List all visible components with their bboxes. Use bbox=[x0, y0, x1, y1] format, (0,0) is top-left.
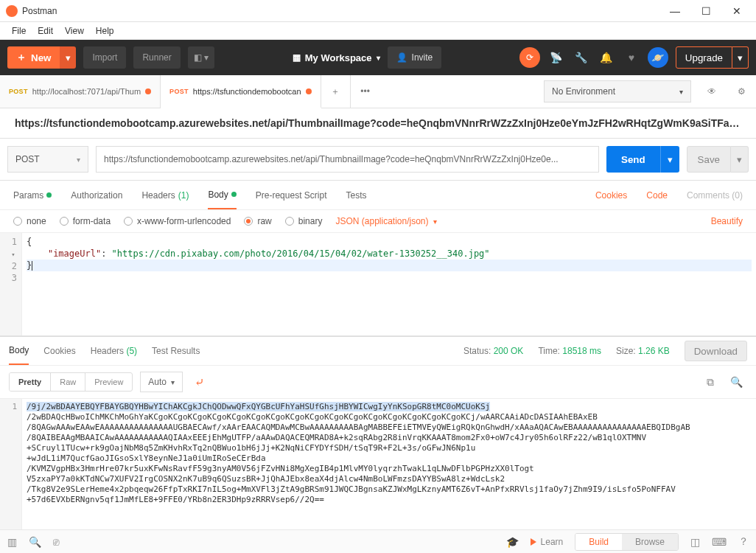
resp-tab-testresults[interactable]: Test Results bbox=[152, 346, 200, 356]
radio-form-data[interactable]: form-data bbox=[60, 216, 111, 226]
response-size: Size: 1.26 KB bbox=[616, 346, 670, 356]
capture-icon[interactable]: 📡 bbox=[547, 52, 565, 63]
workspace-label: My Workspace bbox=[305, 52, 372, 63]
new-tab-button[interactable]: ＋ bbox=[321, 75, 351, 108]
code-link[interactable]: Code bbox=[646, 190, 668, 201]
send-dropdown[interactable]: ▾ bbox=[660, 146, 679, 173]
response-tabs: Body Cookies Headers (5) Test Results St… bbox=[0, 336, 756, 366]
bootcamp-icon[interactable]: 🎓 bbox=[506, 536, 519, 548]
minimize-button[interactable]: — bbox=[666, 5, 684, 17]
request-subtabs: Params Authorization Headers (1) Body Pr… bbox=[0, 181, 756, 210]
response-gutter: 1 bbox=[0, 399, 22, 529]
method-dropdown[interactable]: POST ▾ bbox=[7, 146, 88, 173]
resp-tab-body[interactable]: Body bbox=[9, 337, 29, 365]
tab-options-button[interactable]: ••• bbox=[351, 75, 380, 108]
sync-icon[interactable]: ⟳ bbox=[519, 47, 540, 68]
send-button[interactable]: Send bbox=[606, 146, 660, 173]
menu-file[interactable]: File bbox=[7, 24, 30, 38]
menu-help[interactable]: Help bbox=[91, 24, 119, 38]
download-button[interactable]: Download bbox=[685, 341, 747, 361]
status-bar: ▥ 🔍 ⎚ 🎓 Learn Build Browse ◫ ⌨ ？ bbox=[0, 529, 756, 553]
tab-params[interactable]: Params bbox=[13, 181, 52, 209]
search-response-icon[interactable]: 🔍 bbox=[726, 376, 747, 388]
keyboard-shortcuts-icon[interactable]: ⌨ bbox=[712, 536, 727, 548]
two-pane-icon[interactable]: ◫ bbox=[690, 536, 700, 548]
response-format-dropdown[interactable]: Auto ▾ bbox=[140, 372, 183, 392]
build-browse-toggle: Build Browse bbox=[575, 533, 679, 551]
console-icon[interactable]: ⎚ bbox=[53, 536, 59, 548]
top-toolbar: ＋New ▾ Import Runner ◧ ▾ ▦ My Workspace … bbox=[0, 40, 756, 75]
open-new-window-button[interactable]: ◧ ▾ bbox=[188, 46, 214, 69]
beautify-button[interactable]: Beautify bbox=[711, 216, 743, 226]
runner-button[interactable]: Runner bbox=[133, 46, 180, 69]
radio-raw[interactable]: raw bbox=[244, 216, 271, 226]
method-badge: POST bbox=[9, 88, 28, 95]
tab-tests[interactable]: Tests bbox=[346, 181, 366, 209]
resp-tab-cookies[interactable]: Cookies bbox=[43, 346, 75, 356]
save-dropdown[interactable]: ▾ bbox=[731, 146, 749, 173]
request-tab-1[interactable]: POST http://localhost:7071/api/Thum bbox=[0, 75, 161, 108]
cookies-link[interactable]: Cookies bbox=[595, 190, 627, 201]
tab-authorization[interactable]: Authorization bbox=[71, 181, 122, 209]
new-button[interactable]: ＋New ▾ bbox=[7, 46, 76, 69]
tab-label: http://localhost:7071/api/Thum bbox=[32, 87, 141, 96]
editor-gutter: 1 ▾ 2 3 bbox=[0, 233, 22, 335]
upgrade-button[interactable]: Upgrade bbox=[676, 46, 732, 69]
settings-wrench-icon[interactable]: 🔧 bbox=[573, 52, 590, 63]
maximize-button[interactable]: ☐ bbox=[697, 5, 715, 17]
new-dropdown[interactable]: ▾ bbox=[60, 46, 76, 69]
close-button[interactable]: ✕ bbox=[728, 5, 746, 17]
view-raw[interactable]: Raw bbox=[51, 373, 85, 391]
import-button[interactable]: Import bbox=[83, 46, 126, 69]
view-pretty[interactable]: Pretty bbox=[10, 373, 51, 391]
upgrade-dropdown[interactable]: ▾ bbox=[732, 46, 749, 69]
help-icon[interactable]: ？ bbox=[738, 535, 749, 549]
save-button[interactable]: Save bbox=[687, 146, 731, 173]
resp-tab-headers[interactable]: Headers (5) bbox=[91, 346, 137, 356]
workspace-selector[interactable]: ▦ My Workspace ▾ bbox=[293, 52, 380, 63]
request-url-display: https://tsfunctiondemobootcamp.azurewebs… bbox=[0, 108, 756, 139]
learn-link[interactable]: Learn bbox=[531, 537, 564, 547]
radio-binary[interactable]: binary bbox=[285, 216, 323, 226]
build-tab[interactable]: Build bbox=[575, 534, 622, 550]
sidebar-toggle-icon[interactable]: ▥ bbox=[7, 536, 17, 548]
browse-tab[interactable]: Browse bbox=[622, 534, 678, 550]
radio-none[interactable]: none bbox=[13, 216, 46, 226]
workspace-grid-icon: ▦ bbox=[293, 52, 301, 63]
heart-icon[interactable]: ♥ bbox=[623, 52, 640, 63]
comments-link[interactable]: Comments (0) bbox=[687, 190, 743, 201]
person-icon: 👤 bbox=[396, 52, 407, 63]
request-tab-2[interactable]: POST https://tsfunctiondemobootcan bbox=[161, 75, 321, 108]
notifications-bell-icon[interactable]: 🔔 bbox=[598, 52, 615, 63]
menu-view[interactable]: View bbox=[60, 24, 88, 38]
tab-headers[interactable]: Headers (1) bbox=[141, 181, 189, 209]
env-selected-label: No Environment bbox=[552, 86, 615, 97]
response-body[interactable]: 1 /9j/2wBDAAYEBQYFBAYGBQYHBwYIChAKCgkJCh… bbox=[0, 399, 756, 529]
env-manage-gear-icon[interactable]: ⚙ bbox=[729, 80, 753, 103]
menu-edit[interactable]: Edit bbox=[33, 24, 57, 38]
view-preview[interactable]: Preview bbox=[85, 373, 132, 391]
window-controls: — ☐ ✕ bbox=[666, 5, 750, 17]
method-value: POST bbox=[15, 154, 40, 164]
response-view-controls: Pretty Raw Preview Auto ▾ ⤶ ⧉ 🔍 bbox=[0, 366, 756, 399]
copy-response-icon[interactable]: ⧉ bbox=[702, 376, 718, 389]
postman-logo-icon bbox=[6, 5, 18, 17]
request-tabs-row: POST http://localhost:7071/api/Thum POST… bbox=[0, 75, 756, 108]
invite-button[interactable]: 👤 Invite bbox=[388, 46, 442, 69]
radio-urlencoded[interactable]: x-www-form-urlencoded bbox=[124, 216, 231, 226]
tab-body[interactable]: Body bbox=[208, 181, 236, 209]
url-input[interactable]: https://tsfunctiondemobootcamp.azurewebs… bbox=[96, 146, 599, 173]
window-title: Postman bbox=[22, 6, 666, 16]
wrap-lines-icon[interactable]: ⤶ bbox=[190, 375, 209, 389]
content-type-dropdown[interactable]: JSON (application/json) ▾ bbox=[335, 216, 436, 226]
avatar[interactable]: 🪐 bbox=[648, 47, 668, 68]
url-input-value: https://tsfunctiondemobootcamp.azurewebs… bbox=[104, 154, 559, 164]
tab-label: https://tsfunctiondemobootcan bbox=[193, 87, 301, 96]
request-bar: POST ▾ https://tsfunctiondemobootcamp.az… bbox=[0, 139, 756, 181]
request-body-editor[interactable]: 1 ▾ 2 3 { "imageUrl": "https://cdn.pixab… bbox=[0, 233, 756, 336]
env-quicklook-icon[interactable]: 👁 bbox=[700, 80, 724, 103]
modified-dot-icon bbox=[145, 88, 151, 94]
tab-prerequest[interactable]: Pre-request Script bbox=[256, 181, 327, 209]
environment-selector[interactable]: No Environment ▾ bbox=[544, 80, 691, 102]
find-icon[interactable]: 🔍 bbox=[29, 536, 41, 548]
